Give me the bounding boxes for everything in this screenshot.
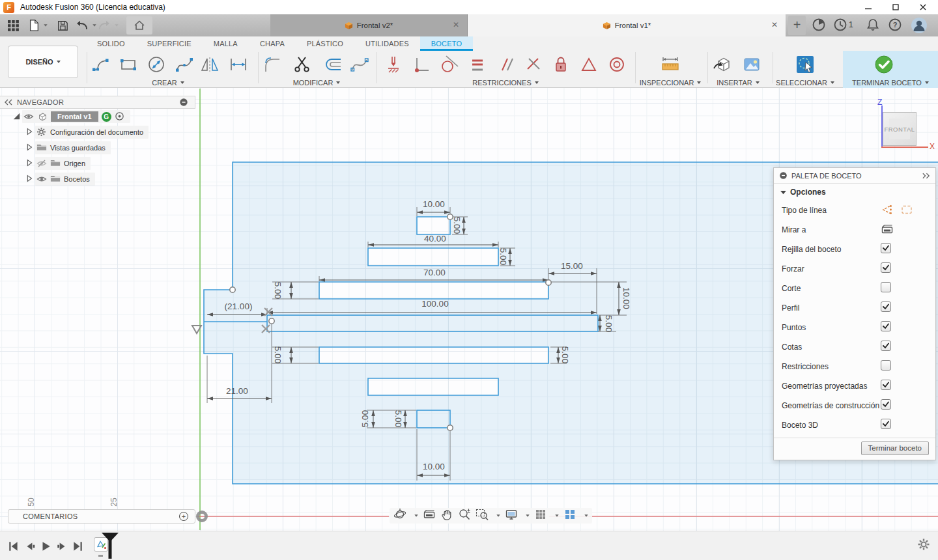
extensions-icon[interactable] xyxy=(812,18,826,35)
ribbon-tab-solido[interactable]: SOLIDO xyxy=(86,36,136,51)
app-grid-icon[interactable] xyxy=(5,18,21,33)
group-label-create[interactable]: CREAR xyxy=(135,78,201,87)
visibility-eye-icon[interactable] xyxy=(23,111,34,122)
sketch-point[interactable] xyxy=(448,425,453,430)
create-rectangle-tool-icon[interactable] xyxy=(117,53,139,76)
grid-snap-icon[interactable] xyxy=(534,508,547,524)
checkbox-checked[interactable] xyxy=(881,341,891,351)
create-mirror-tool-icon[interactable] xyxy=(199,53,221,76)
ribbon-tab-malla[interactable]: MALLA xyxy=(203,36,249,51)
group-label-inspect[interactable]: INSPECCIONAR xyxy=(631,78,709,87)
zoom-window-tool-icon[interactable] xyxy=(476,508,489,524)
browser-root-row[interactable]: Frontal v1G xyxy=(0,109,195,124)
linetype-construction-icon[interactable] xyxy=(900,204,913,217)
dimension-label[interactable]: 21.00 xyxy=(226,386,248,396)
modify-trim-tool-icon[interactable] xyxy=(291,53,313,76)
create-dimension-tool-icon[interactable] xyxy=(227,53,249,76)
document-tab-frontal-v1[interactable]: Frontal v1* ✕ xyxy=(468,14,786,36)
look-at-tool-icon[interactable] xyxy=(423,508,436,524)
expand-icon[interactable] xyxy=(25,127,35,137)
ribbon-tab-chapa[interactable]: CHAPA xyxy=(249,36,296,51)
expand-icon[interactable] xyxy=(25,174,35,184)
timeline-play-button[interactable] xyxy=(40,540,51,551)
dimension-label[interactable]: 10.00 xyxy=(423,462,445,471)
constraint-concentric-icon[interactable] xyxy=(606,53,628,76)
comments-bar[interactable]: COMENTARIOS + xyxy=(8,509,195,524)
dimension-label[interactable]: 70.00 xyxy=(423,268,446,277)
dimension-label[interactable]: 5.00 xyxy=(273,346,283,363)
add-comment-icon[interactable]: + xyxy=(179,512,188,521)
checkbox-checked[interactable] xyxy=(881,301,891,312)
constraint-polygon-icon[interactable] xyxy=(578,53,600,76)
constraint-equal-icon[interactable] xyxy=(466,53,489,76)
undo-caret-icon[interactable] xyxy=(92,24,96,27)
dimension-label[interactable]: 5.00 xyxy=(393,410,403,427)
checkbox-unchecked[interactable] xyxy=(881,282,891,292)
view-cube[interactable]: FRONTAL Z X xyxy=(870,96,935,156)
create-circle-tool-icon[interactable] xyxy=(145,53,167,76)
insert-mesh-tool-icon[interactable] xyxy=(712,53,734,76)
sketch-point[interactable] xyxy=(230,287,235,292)
display-settings-icon[interactable] xyxy=(505,508,518,524)
dimension-label[interactable]: 5.00 xyxy=(560,346,570,363)
linetype-normal-icon[interactable] xyxy=(881,204,894,217)
home-button[interactable] xyxy=(126,16,152,35)
close-tab-icon[interactable]: ✕ xyxy=(771,20,778,29)
timeline-settings-gear-icon[interactable] xyxy=(917,538,930,551)
close-button[interactable] xyxy=(909,0,937,14)
constraint-lock-icon[interactable] xyxy=(550,53,572,76)
group-label-modify[interactable]: MODIFICAR xyxy=(284,78,349,87)
sketch-point[interactable] xyxy=(546,280,551,285)
sketch-point[interactable] xyxy=(269,318,274,324)
file-menu-button[interactable] xyxy=(26,18,42,33)
timeline-step-forward-button[interactable] xyxy=(56,540,68,551)
sketch-palette-header[interactable]: PALETA DE BOCETO xyxy=(774,168,935,184)
viewcube-front-face[interactable]: FRONTAL xyxy=(883,112,917,146)
zoom-window-caret-icon[interactable] xyxy=(496,514,500,517)
dimension-label[interactable]: 5.00 xyxy=(273,282,283,299)
timeline-playhead[interactable] xyxy=(99,532,128,559)
workspace-selector[interactable]: DISEÑO xyxy=(8,46,78,78)
checkbox-checked[interactable] xyxy=(881,380,891,390)
pan-tool-icon[interactable] xyxy=(440,508,453,524)
visibility-eye-off-icon[interactable] xyxy=(36,158,47,169)
inspect-measure-tool-icon[interactable] xyxy=(659,53,681,76)
constraint-collinear-icon[interactable] xyxy=(522,53,545,76)
group-label-constraints[interactable]: RESTRICCIONES xyxy=(456,78,555,87)
modify-offset-tool-icon[interactable] xyxy=(322,53,345,76)
orbit-caret-icon[interactable] xyxy=(414,514,418,517)
checkbox-checked[interactable] xyxy=(881,243,891,253)
visibility-eye-icon[interactable] xyxy=(36,174,47,184)
finish-sketch-check-icon[interactable] xyxy=(873,53,895,76)
ribbon-tab-utilidades[interactable]: UTILIDADES xyxy=(354,36,420,51)
dimension-label[interactable]: 15.00 xyxy=(561,261,583,271)
new-tab-button[interactable]: + xyxy=(788,16,806,35)
help-icon[interactable]: ? xyxy=(888,18,902,35)
dimension-label[interactable]: 10.00 xyxy=(621,287,631,309)
browser-item-bocetos[interactable]: Bocetos xyxy=(0,171,195,187)
finish-sketch-button[interactable]: Terminar boceto xyxy=(861,441,929,455)
constraint-perpendicular-icon[interactable] xyxy=(410,53,433,76)
modify-spline-tool-icon[interactable] xyxy=(348,53,371,76)
group-label-finish-sketch[interactable]: TERMINAR BOCETO xyxy=(843,78,938,87)
checkbox-checked[interactable] xyxy=(881,419,891,429)
look-at-icon[interactable] xyxy=(881,223,894,237)
user-avatar[interactable] xyxy=(911,17,928,36)
viewports-icon[interactable] xyxy=(563,508,576,524)
browser-item-configuraci-n-del-documento[interactable]: Configuración del documento xyxy=(0,124,195,140)
notifications-bell-icon[interactable] xyxy=(866,18,880,35)
collapse-palette-icon[interactable] xyxy=(779,171,788,180)
expand-collapse-icon[interactable] xyxy=(12,111,22,122)
checkbox-checked[interactable] xyxy=(881,262,891,273)
job-status-clock-icon[interactable] xyxy=(833,18,847,35)
constraint-tangent-icon[interactable] xyxy=(438,53,461,76)
dimension-label[interactable]: 5.00 xyxy=(498,248,508,265)
file-menu-caret-icon[interactable] xyxy=(44,24,47,27)
maximize-button[interactable] xyxy=(882,0,909,14)
create-line-tool-icon[interactable] xyxy=(90,53,112,76)
minimize-button[interactable] xyxy=(855,0,882,14)
group-label-select[interactable]: SELECCIONAR xyxy=(766,78,844,87)
constraint-fix-icon[interactable] xyxy=(382,53,405,76)
dimension-label[interactable]: 5.00 xyxy=(604,315,614,332)
orbit-tool-icon[interactable] xyxy=(393,508,406,524)
